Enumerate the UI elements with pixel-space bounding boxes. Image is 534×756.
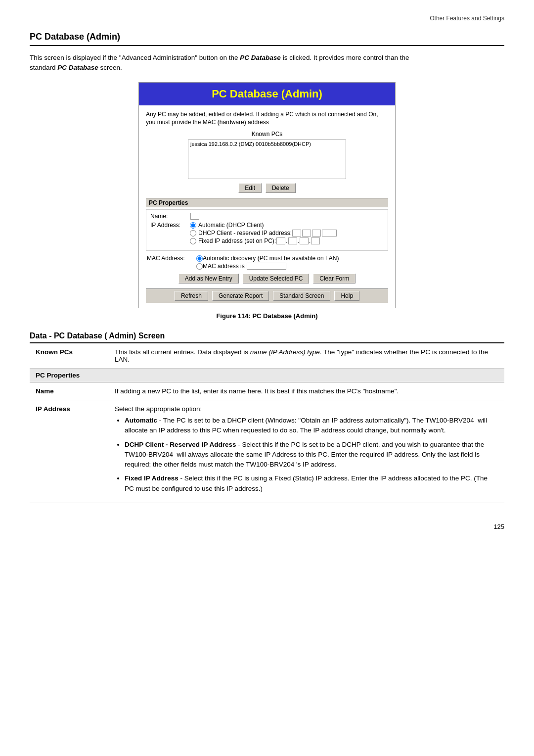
ip-automatic-radio[interactable]: [190, 222, 196, 229]
ip-fixed-label: Fixed IP address (set on PC):: [198, 237, 276, 244]
dhcp-ip-field2[interactable]: [302, 230, 311, 236]
delete-button[interactable]: Delete: [266, 183, 296, 193]
name-input[interactable]: [190, 213, 199, 220]
nav-buttons-row: Refresh Generate Report Standard Screen …: [146, 288, 388, 303]
refresh-button[interactable]: Refresh: [175, 291, 208, 301]
intro-paragraph: This screen is displayed if the "Advance…: [30, 53, 435, 73]
ip-dhcp-radio[interactable]: [190, 230, 196, 236]
ip-bullet-fixed-bold: Fixed IP Address: [125, 474, 178, 482]
mac-manual-radio[interactable]: [196, 263, 203, 270]
ip-automatic-label: Automatic (DHCP Client): [198, 222, 264, 229]
ip-options-wrapper: Automatic (DHCP Client) DHCP Client - re…: [190, 222, 384, 245]
known-pcs-value: This lists all current entries. Data dis…: [109, 343, 504, 369]
known-pcs-key: Known PCs: [30, 343, 109, 369]
mac-auto-radio[interactable]: [196, 255, 203, 262]
table-row-ip-address: IP Address Select the appropriate option…: [30, 400, 504, 503]
mac-manual-row: MAC address is: [147, 263, 387, 270]
ip-bullet-fixed: Fixed IP Address - Select this if the PC…: [125, 473, 498, 494]
mac-input[interactable]: [247, 263, 286, 270]
name-row: Name:: [150, 213, 384, 220]
page-number: 125: [30, 523, 504, 530]
ip-fixed-radio[interactable]: [190, 238, 196, 244]
ip-address-key: IP Address: [30, 400, 109, 503]
name-key: Name: [30, 382, 109, 400]
mac-label: MAC Address:: [147, 255, 196, 262]
data-table-title: Data - PC Database ( Admin) Screen: [30, 331, 504, 343]
ip-option-fixed-row: Fixed IP address (set on PC): . . .: [190, 237, 384, 244]
clear-form-button[interactable]: Clear Form: [313, 274, 356, 284]
name-input-wrapper: [190, 213, 384, 220]
edit-delete-row: Edit Delete: [146, 183, 388, 193]
dhcp-ip-field4[interactable]: [322, 230, 337, 236]
standard-screen-button[interactable]: Standard Screen: [273, 291, 330, 301]
admin-ui-description: Any PC may be added, edited or deleted. …: [146, 110, 388, 127]
ip-intro: Select the appropriate option:: [115, 405, 202, 413]
fixed-ip-field4[interactable]: [311, 237, 320, 244]
edit-button[interactable]: Edit: [238, 183, 262, 193]
ip-dhcp-label: DHCP Client - reserved IP address:: [198, 230, 292, 236]
admin-ui-header: PC Database (Admin): [139, 83, 395, 105]
mac-auto-label: Automatic discovery (PC must be availabl…: [203, 255, 339, 262]
fixed-ip-field3[interactable]: [300, 237, 309, 244]
header-right-text: Other Features and Settings: [430, 15, 504, 22]
update-selected-pc-button[interactable]: Update Selected PC: [243, 274, 310, 284]
section-title: PC Database (Admin): [30, 32, 504, 46]
add-new-entry-button[interactable]: Add as New Entry: [178, 274, 239, 284]
ip-options-list: Automatic - The PC is set to be a DHCP c…: [125, 416, 498, 494]
pc-properties-section-header: PC Properties: [30, 369, 504, 382]
table-row-known-pcs: Known PCs This lists all current entries…: [30, 343, 504, 369]
ip-address-label: IP Address:: [150, 222, 190, 229]
dhcp-ip-field1[interactable]: [292, 230, 301, 236]
figure-caption: Figure 114: PC Database (Admin): [30, 312, 504, 320]
pc-properties-section: Name: IP Address: Automatic (DHCP Client…: [146, 209, 388, 251]
help-button[interactable]: Help: [334, 291, 359, 301]
table-row-name: Name If adding a new PC to the list, ent…: [30, 382, 504, 400]
ip-option-dhcp-row: DHCP Client - reserved IP address:: [190, 230, 384, 236]
table-row-pc-properties-header: PC Properties: [30, 369, 504, 382]
ip-bullet-automatic: Automatic - The PC is set to be a DHCP c…: [125, 416, 498, 436]
page-header-right: Other Features and Settings: [30, 15, 504, 22]
name-label: Name:: [150, 213, 190, 220]
ip-bullet-dhcp: DCHP Client - Reserved IP Address - Sele…: [125, 440, 498, 470]
bottom-buttons-row: Add as New Entry Update Selected PC Clea…: [146, 274, 388, 284]
known-pcs-list: jessica 192.168.0.2 (DMZ) 0010b5bb8009(D…: [188, 140, 346, 179]
name-ip-italic: name (IP Address) type: [250, 348, 320, 356]
fixed-ip-field2[interactable]: [288, 237, 297, 244]
generate-report-button[interactable]: Generate Report: [212, 291, 269, 301]
ip-bullet-auto-bold: Automatic: [125, 417, 157, 424]
ip-bullet-dhcp-bold: DCHP Client - Reserved IP Address: [125, 441, 236, 448]
mac-label-row: MAC Address: Automatic discovery (PC mus…: [147, 255, 387, 262]
dhcp-ip-field3[interactable]: [312, 230, 321, 236]
mac-manual-label: MAC address is: [203, 263, 245, 270]
ip-address-value: Select the appropriate option: Automatic…: [109, 400, 504, 503]
mac-section: MAC Address: Automatic discovery (PC mus…: [146, 255, 388, 270]
fixed-ip-field1[interactable]: [276, 237, 285, 244]
known-pcs-label: Known PCs: [146, 131, 388, 138]
ip-address-row: IP Address: Automatic (DHCP Client) DHCP…: [150, 222, 384, 245]
name-value: If adding a new PC to the list, enter it…: [109, 382, 504, 400]
pc-properties-header: PC Properties: [146, 198, 388, 207]
ip-option-automatic-row: Automatic (DHCP Client): [190, 222, 384, 229]
data-table: Known PCs This lists all current entries…: [30, 343, 504, 503]
admin-ui-screenshot: PC Database (Admin) Any PC may be added,…: [138, 82, 396, 309]
